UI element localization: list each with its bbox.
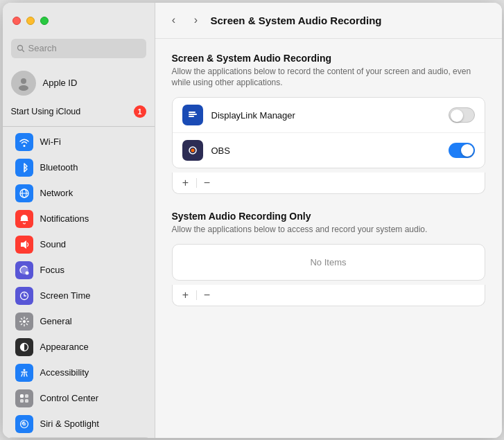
- obs-toggle[interactable]: [449, 143, 475, 158]
- main-titlebar: ‹ › Screen & System Audio Recording: [155, 3, 502, 39]
- sidebar-item-screentime[interactable]: Screen Time: [7, 283, 150, 308]
- svg-rect-21: [189, 116, 194, 117]
- section1-title: Screen & System Audio Recording: [172, 53, 485, 64]
- siri-icon: [15, 415, 33, 433]
- sidebar-item-sound-label: Sound: [40, 239, 67, 249]
- svg-point-8: [25, 271, 28, 274]
- divider: [196, 290, 197, 300]
- search-icon: [17, 44, 25, 53]
- accessibility-icon: [15, 364, 33, 382]
- svg-marker-7: [21, 240, 26, 249]
- sidebar-items: Wi-FiBluetoothNetworkNotificationsSoundF…: [3, 130, 155, 438]
- no-items-label: No Items: [310, 257, 346, 267]
- divider: [196, 178, 197, 188]
- general-icon: [15, 313, 33, 331]
- search-bar[interactable]: Search: [11, 39, 146, 58]
- svg-rect-22: [189, 112, 195, 113]
- main-content: ‹ › Screen & System Audio Recording Scre…: [155, 3, 502, 438]
- sidebar-item-appearance[interactable]: Appearance: [7, 335, 150, 360]
- svg-point-10: [23, 320, 26, 323]
- screentime-icon: [15, 287, 33, 305]
- displaylink-toggle[interactable]: [449, 107, 475, 123]
- close-button[interactable]: [12, 17, 21, 25]
- section2-add-remove-bar: + −: [172, 285, 485, 306]
- obs-toggle-knob: [461, 144, 473, 157]
- network-icon: [15, 184, 33, 202]
- obs-name: OBS: [211, 146, 440, 156]
- displaylink-toggle-knob: [451, 109, 463, 122]
- svg-point-2: [21, 78, 26, 84]
- wifi-icon: [15, 133, 33, 151]
- section1-add-button[interactable]: +: [178, 175, 193, 191]
- section2-desc: Allow the applications below to access a…: [172, 224, 485, 236]
- sidebar-item-screentime-label: Screen Time: [40, 290, 91, 301]
- sidebar-item-network[interactable]: Network: [7, 181, 150, 206]
- displaylink-name: DisplayLink Manager: [211, 110, 440, 121]
- sidebar: Search Apple ID Start Using iCloud 1 Wi-…: [3, 3, 155, 438]
- sidebar-item-bluetooth-label: Bluetooth: [40, 162, 78, 173]
- back-button[interactable]: ‹: [166, 12, 182, 28]
- sidebar-item-accessibility[interactable]: Accessibility: [7, 360, 150, 385]
- sidebar-item-focus-label: Focus: [40, 265, 64, 275]
- svg-point-3: [19, 85, 28, 91]
- sidebar-item-network-label: Network: [40, 188, 73, 198]
- sidebar-item-siri-label: Siri & Spotlight: [40, 419, 99, 429]
- sidebar-item-privacy[interactable]: Privacy & Security: [7, 437, 150, 438]
- sidebar-item-wifi[interactable]: Wi-Fi: [7, 130, 150, 155]
- section2-title: System Audio Recording Only: [172, 211, 485, 222]
- section1-app-list: DisplayLink Manager OBS: [172, 97, 485, 168]
- sidebar-item-general[interactable]: General: [7, 309, 150, 334]
- sidebar-item-sound[interactable]: Sound: [7, 232, 150, 257]
- notifications-icon: [15, 210, 33, 228]
- sidebar-scroll: Apple ID Start Using iCloud 1 Wi-FiBluet…: [3, 65, 155, 438]
- sidebar-item-notifications-label: Notifications: [40, 213, 89, 224]
- svg-rect-20: [189, 114, 197, 115]
- apple-id-label: Apple ID: [43, 78, 78, 88]
- settings-window: Search Apple ID Start Using iCloud 1 Wi-…: [3, 3, 502, 438]
- controlcenter-icon: [15, 389, 33, 407]
- svg-rect-13: [20, 394, 24, 398]
- sidebar-item-icloud[interactable]: Start Using iCloud 1: [3, 101, 155, 123]
- svg-rect-15: [20, 399, 24, 403]
- svg-point-12: [23, 369, 25, 371]
- section2-add-button[interactable]: +: [178, 288, 193, 303]
- section1-add-remove-bar: + −: [172, 173, 485, 194]
- bluetooth-icon: [15, 159, 33, 177]
- sidebar-item-bluetooth[interactable]: Bluetooth: [7, 155, 150, 180]
- section1-desc: Allow the applications below to record t…: [172, 66, 485, 89]
- sidebar-item-siri[interactable]: Siri & Spotlight: [7, 412, 150, 437]
- focus-icon: [15, 261, 33, 279]
- section2-remove-button[interactable]: −: [200, 288, 215, 303]
- displaylink-icon: [182, 105, 203, 125]
- minimize-button[interactable]: [26, 17, 35, 25]
- sidebar-item-accessibility-label: Accessibility: [40, 367, 89, 378]
- sidebar-item-apple-id[interactable]: Apple ID: [3, 65, 155, 101]
- page-title: Screen & System Audio Recording: [211, 15, 382, 26]
- sidebar-item-wifi-label: Wi-Fi: [40, 137, 61, 147]
- svg-line-1: [21, 49, 24, 51]
- sidebar-item-controlcenter[interactable]: Control Center: [7, 386, 150, 411]
- obs-icon: [182, 140, 203, 161]
- table-row: DisplayLink Manager: [173, 98, 485, 133]
- appearance-icon: [15, 338, 33, 356]
- icloud-label: Start Using iCloud: [11, 107, 128, 116]
- search-placeholder: Search: [28, 43, 57, 53]
- sidebar-titlebar: [3, 3, 155, 39]
- sidebar-item-notifications[interactable]: Notifications: [7, 206, 150, 231]
- avatar: [11, 71, 36, 96]
- svg-rect-16: [25, 399, 28, 403]
- section1-remove-button[interactable]: −: [200, 175, 215, 191]
- sidebar-item-controlcenter-label: Control Center: [40, 393, 99, 403]
- sidebar-item-general-label: General: [40, 316, 72, 326]
- sidebar-divider-1: [3, 126, 155, 127]
- section2-no-items-box: No Items: [172, 244, 485, 281]
- sidebar-item-focus[interactable]: Focus: [7, 258, 150, 283]
- sound-icon: [15, 236, 33, 254]
- sidebar-item-appearance-label: Appearance: [40, 342, 89, 352]
- main-body: Screen & System Audio Recording Allow th…: [155, 39, 502, 438]
- forward-button[interactable]: ›: [189, 12, 204, 28]
- table-row: OBS: [173, 133, 485, 168]
- maximize-button[interactable]: [40, 17, 49, 25]
- icloud-badge: 1: [134, 105, 146, 118]
- svg-rect-14: [25, 394, 28, 398]
